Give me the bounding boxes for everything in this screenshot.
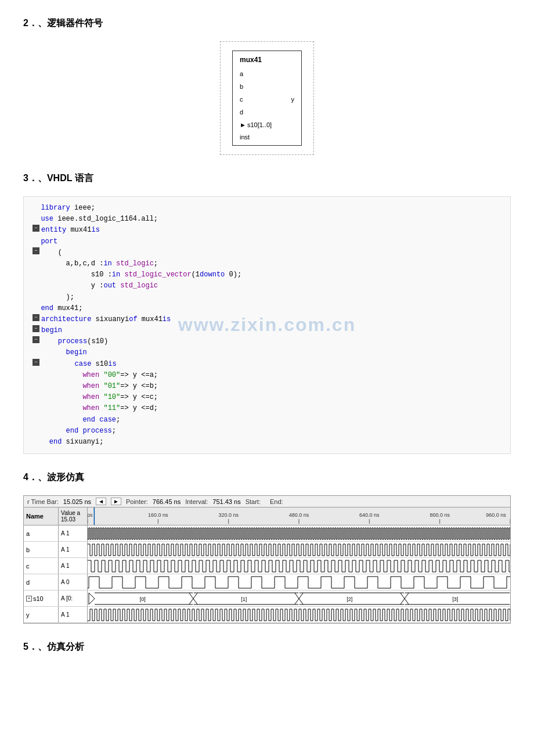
signal-row-y: y A 1	[24, 607, 510, 623]
start-label: Start:	[246, 498, 261, 505]
section2-title: 2．、逻辑器件符号	[23, 17, 511, 30]
waveform-toolbar: r Time Bar: 15.025 ns ◄ ► Pointer: 766.4…	[24, 496, 510, 507]
section5: 5．、仿真分析	[23, 641, 511, 653]
signal-row-b: b A 1	[24, 542, 510, 558]
nav-left-btn[interactable]: ◄	[96, 498, 106, 505]
collapse-paren[interactable]: −	[33, 247, 39, 254]
code-line-9: );	[33, 292, 501, 303]
section5-title: 5．、仿真分析	[23, 641, 511, 653]
code-keyword-downto: downto	[200, 269, 225, 280]
code-type-slv: std_logic_vector	[124, 269, 191, 280]
code-keyword-endsix: end	[49, 437, 62, 448]
interval-value: 751.43 ns	[212, 498, 240, 505]
collapse-case[interactable]: −	[33, 359, 39, 366]
signal-wave-c	[88, 558, 510, 574]
wave-svg-d	[88, 574, 510, 590]
code-string-11: "11"	[103, 403, 120, 414]
code-keyword-begin2: begin	[66, 347, 87, 358]
port-a: a	[240, 67, 272, 80]
code-line-3: − entity mux41 is	[33, 225, 501, 236]
port-b: b	[240, 80, 272, 93]
end-label: End:	[270, 498, 283, 505]
code-type-stdlogic1: std_logic	[116, 258, 154, 269]
svg-text:480.0 ns: 480.0 ns	[289, 512, 309, 518]
code-keyword-when4: when	[82, 403, 99, 414]
code-keyword-library: library	[41, 203, 70, 214]
svg-text:[2]: [2]	[347, 596, 352, 602]
code-line-19: when "11" => y <=d;	[33, 403, 501, 414]
code-keyword-end1: end	[41, 303, 53, 314]
component-box: mux41 a b c d ►s10[1..0] y ins	[232, 51, 302, 146]
code-line-18: when "10" => y <=c;	[33, 392, 501, 403]
header-name: Name	[24, 507, 59, 525]
section2: 2．、逻辑器件符号 mux41 a b c d ►s10[1..0]	[23, 17, 511, 155]
waveform-container: r Time Bar: 15.025 ns ◄ ► Pointer: 766.4…	[23, 495, 511, 624]
code-line-7: s10 : in std_logic_vector (1 downto 0);	[33, 269, 501, 280]
code-keyword-when1: when	[82, 370, 99, 381]
signal-value-d: A 0	[59, 574, 88, 590]
section4: 4．、波形仿真 r Time Bar: 15.025 ns ◄ ► Pointe…	[23, 471, 511, 624]
signal-row-c: c A 1	[24, 558, 510, 574]
collapse-begin[interactable]: −	[33, 325, 39, 332]
code-keyword-endprocess: end process	[66, 426, 112, 437]
code-line-11: − architecture sixuanyi of mux41 is	[33, 314, 501, 325]
section3-title: 3．、VHDL 语言	[23, 172, 511, 185]
svg-text:960.0 ns: 960.0 ns	[486, 512, 506, 518]
code-line-15: − case s10 is	[33, 359, 501, 370]
signal-value-a: A 1	[59, 525, 88, 541]
svg-line-35	[89, 593, 95, 599]
code-keyword-process: process	[58, 336, 87, 347]
svg-line-36	[89, 599, 95, 604]
port-c: c	[240, 93, 272, 106]
code-line-14: begin	[33, 347, 501, 358]
code-keyword-use: use	[41, 214, 53, 225]
code-string-01: "01"	[103, 381, 120, 392]
signal-name-a: a	[24, 525, 59, 541]
nav-right-btn[interactable]: ►	[111, 498, 121, 505]
signal-name-s10: + s10	[24, 591, 59, 606]
code-keyword-entity: entity	[41, 225, 66, 236]
port-y: y	[291, 93, 295, 106]
code-keyword-case: case	[75, 359, 92, 370]
svg-text:[3]: [3]	[452, 596, 458, 602]
expand-s10-icon[interactable]: +	[26, 596, 32, 602]
code-keyword-when2: when	[82, 381, 99, 392]
svg-text:320.0 ns: 320.0 ns	[218, 512, 239, 518]
signal-name-c: c	[24, 558, 59, 574]
code-keyword-when3: when	[82, 392, 99, 403]
s10-arrow-icon: ►	[240, 118, 246, 131]
code-keyword-endcase: end case	[82, 415, 116, 426]
signal-name-y: y	[24, 607, 59, 622]
code-block: www.zixin.com.cn library ieee; use ieee.…	[23, 196, 511, 454]
code-keyword-is: is	[91, 225, 99, 236]
pointer-label: Pointer:	[126, 498, 148, 505]
wave-svg-s10: [0] [1] [2] [3]	[88, 591, 510, 606]
code-line-16: when "00" => y <=a;	[33, 370, 501, 381]
dotted-border: mux41 a b c d ►s10[1..0] y ins	[220, 41, 314, 155]
signal-wave-s10: [0] [1] [2] [3]	[88, 591, 510, 606]
code-line-8: y : out std_logic	[33, 280, 501, 291]
port-s10: ►s10[1..0]	[240, 118, 272, 131]
svg-text:160.0 ns: 160.0 ns	[148, 512, 168, 518]
code-keyword-begin1: begin	[41, 325, 62, 336]
code-line-13: − process (s10)	[33, 336, 501, 347]
collapse-arch[interactable]: −	[33, 314, 39, 321]
header-value: Value a 15.03	[59, 507, 88, 525]
code-line-1: library ieee;	[33, 203, 501, 214]
signal-value-y: A 1	[59, 607, 88, 622]
component-name: mux41	[240, 56, 294, 64]
timebar-value: 15.025 ns	[63, 498, 91, 505]
code-line-12: − begin	[33, 325, 501, 336]
code-type-stdlogic2: std_logic	[120, 280, 158, 291]
wave-svg-y	[88, 607, 510, 622]
code-line-10: end mux41;	[33, 303, 501, 314]
code-keyword-arch: architecture	[41, 314, 91, 325]
code-line-22: end sixuanyi;	[33, 437, 501, 448]
section4-title: 4．、波形仿真	[23, 471, 511, 484]
wave-svg-a	[88, 525, 510, 541]
section3: 3．、VHDL 语言 www.zixin.com.cn library ieee…	[23, 172, 511, 454]
collapse-process[interactable]: −	[33, 336, 39, 343]
code-line-17: when "01" => y <=b;	[33, 381, 501, 392]
waveform-header: Name Value a 15.03 0 ps 160.0 ns 320.0 n…	[24, 507, 510, 525]
collapse-entity[interactable]: −	[33, 225, 39, 232]
